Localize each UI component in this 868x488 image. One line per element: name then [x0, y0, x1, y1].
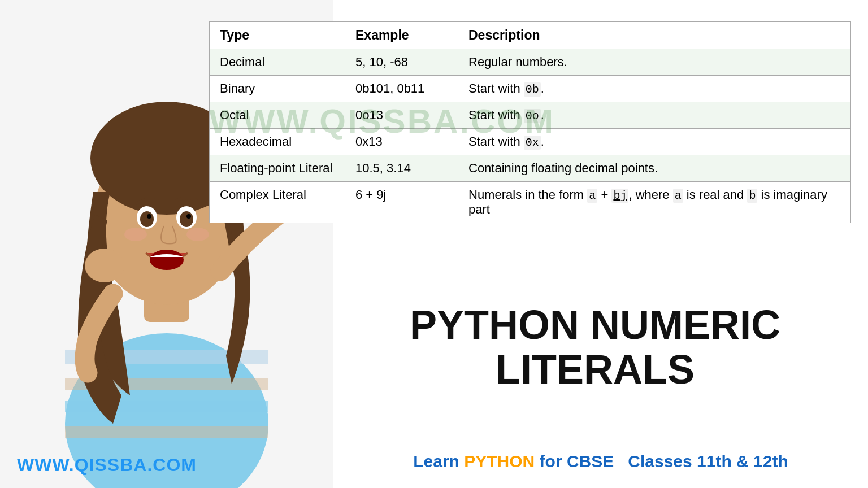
desc-float: Containing floating decimal points. — [458, 155, 851, 182]
type-complex: Complex Literal — [210, 182, 345, 223]
header-type: Type — [210, 22, 345, 49]
watermark: WWW.QISSBA.COM — [209, 102, 555, 141]
type-float: Floating-point Literal — [210, 155, 345, 182]
table-row: Binary 0b101, 0b11 Start with 0b. — [210, 76, 851, 102]
svg-point-15 — [186, 214, 191, 219]
table-row: Floating-point Literal 10.5, 3.14 Contai… — [210, 155, 851, 182]
desc-complex: Numerals in the form a + bj, where a is … — [458, 182, 851, 223]
code-a: a — [587, 189, 597, 203]
header-example: Example — [345, 22, 458, 49]
code-a2: a — [673, 189, 683, 203]
example-complex: 6 + 9j — [345, 182, 458, 223]
tagline: Learn PYTHON for CBSE Classes 11th & 12t… — [350, 452, 851, 471]
svg-point-18 — [85, 249, 124, 282]
svg-point-20 — [186, 228, 209, 241]
tagline-rest: for CBSE Classes 11th & 12th — [535, 452, 788, 470]
bottom-website: WWW.QISSBA.COM — [17, 455, 197, 476]
header-description: Description — [458, 22, 851, 49]
tagline-python: PYTHON — [464, 452, 535, 470]
code-0b: 0b — [524, 82, 541, 97]
example-decimal: 5, 10, -68 — [345, 49, 458, 76]
table-row: Decimal 5, 10, -68 Regular numbers. — [210, 49, 851, 76]
example-binary: 0b101, 0b11 — [345, 76, 458, 102]
desc-decimal: Regular numbers. — [458, 49, 851, 76]
svg-point-14 — [147, 214, 151, 219]
type-decimal: Decimal — [210, 49, 345, 76]
svg-point-12 — [140, 211, 154, 227]
code-b: b — [747, 189, 757, 203]
svg-rect-6 — [65, 426, 268, 438]
type-binary: Binary — [210, 76, 345, 102]
title-line1: PYTHON NUMERIC — [339, 303, 851, 347]
table-row: Complex Literal 6 + 9j Numerals in the f… — [210, 182, 851, 223]
tagline-learn: Learn — [413, 452, 464, 470]
title-line2: LITERALS — [339, 347, 851, 392]
desc-binary: Start with 0b. — [458, 76, 851, 102]
main-title: PYTHON NUMERIC LITERALS — [339, 303, 851, 392]
code-bj: bj — [611, 189, 628, 203]
svg-point-16 — [150, 250, 184, 270]
svg-point-19 — [124, 228, 147, 241]
svg-point-13 — [180, 211, 193, 227]
example-float: 10.5, 3.14 — [345, 155, 458, 182]
